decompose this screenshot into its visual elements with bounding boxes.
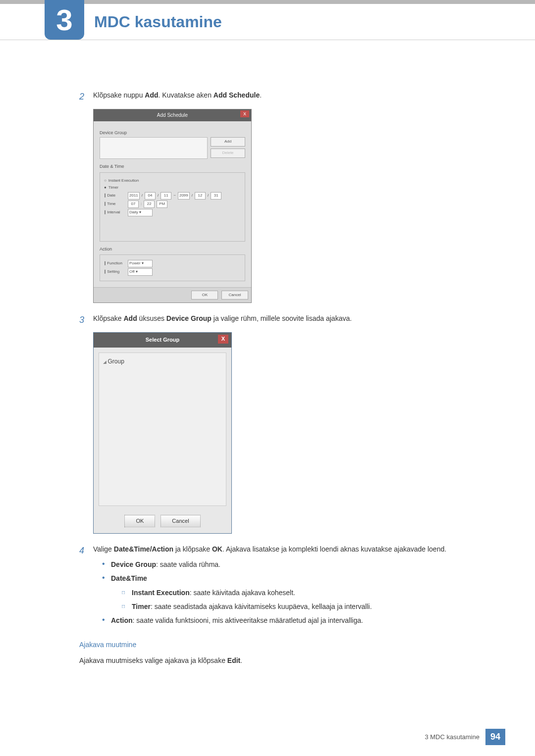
text: Klõpsake bbox=[93, 314, 123, 322]
list-item: Timer: saate seadistada ajakava käivitam… bbox=[122, 601, 485, 612]
text: : saate valida rühma. bbox=[156, 560, 220, 568]
label: Timer bbox=[108, 185, 118, 191]
bold: Add bbox=[145, 91, 158, 99]
list-item: Date&Time Instant Execution: saate käivi… bbox=[102, 573, 485, 612]
text: . Kuvatakse aken bbox=[159, 91, 214, 99]
footer-label: 3 MDC kasutamine bbox=[425, 733, 480, 741]
chapter-number-badge: 3 bbox=[45, 0, 84, 40]
dialog-title: Add Schedule bbox=[157, 112, 188, 118]
date-from-day[interactable]: 11 bbox=[160, 192, 171, 200]
time-hour[interactable]: 07 bbox=[128, 201, 139, 208]
step-number: 3 bbox=[79, 313, 93, 327]
list-item: Device Group: saate valida rühma. bbox=[102, 559, 485, 570]
sub-list: Instant Execution: saate käivitada ajaka… bbox=[122, 587, 485, 612]
add-schedule-screenshot: Add Schedule X Device Group Add Delete D… bbox=[93, 109, 485, 303]
chapter-header: 3 MDC kasutamine bbox=[0, 4, 535, 40]
date-from-year[interactable]: 2011 bbox=[128, 192, 140, 200]
interval-select[interactable]: Daily ▾ bbox=[128, 209, 153, 216]
ok-button[interactable]: OK bbox=[124, 515, 155, 528]
setting-select[interactable]: Off ▾ bbox=[128, 268, 153, 276]
step-text: Valige Date&Time/Action ja klõpsake OK. … bbox=[93, 544, 485, 630]
page-number: 94 bbox=[485, 729, 505, 745]
text: . Ajakava lisatakse ja komplekti loendi … bbox=[222, 545, 446, 553]
bold: Timer bbox=[132, 603, 151, 610]
dialog-footer: OK Cancel bbox=[94, 287, 251, 303]
page-content: 2 Klõpsake nuppu Add. Kuvatakse aken Add… bbox=[0, 40, 535, 666]
list-item: Instant Execution: saate käivitada ajaka… bbox=[122, 587, 485, 598]
step-number: 2 bbox=[79, 90, 93, 104]
select-group-dialog: Select Group X Group OK Cancel bbox=[93, 332, 232, 534]
action-fieldset: ∥ Function Power ▾ ∥ Setting Off ▾ bbox=[100, 254, 245, 281]
tilde: ~ bbox=[173, 193, 176, 199]
text: : saate valida funktsiooni, mis aktiveer… bbox=[133, 616, 363, 624]
date-to-year[interactable]: 2099 bbox=[178, 192, 190, 200]
step-text: Klõpsake Add üksuses Device Group ja val… bbox=[93, 313, 485, 327]
bold: Date&Time bbox=[111, 574, 147, 582]
text: : saate käivitada ajakava koheselt. bbox=[190, 589, 295, 597]
close-icon[interactable]: X bbox=[218, 335, 228, 344]
close-icon[interactable]: X bbox=[240, 110, 249, 117]
text: ja valige rühm, millele soovite lisada a… bbox=[212, 314, 352, 322]
date-to-month[interactable]: 12 bbox=[195, 192, 206, 200]
text: Ajakava muutmiseks valige ajakava ja klõ… bbox=[79, 656, 227, 664]
cancel-button[interactable]: Cancel bbox=[160, 515, 200, 528]
paragraph: Ajakava muutmiseks valige ajakava ja klõ… bbox=[79, 655, 485, 666]
tree-item-group[interactable]: Group bbox=[103, 357, 222, 366]
label: Instant Execution bbox=[108, 178, 139, 184]
action-label: Action bbox=[100, 246, 245, 252]
time-ampm[interactable]: PM bbox=[157, 201, 167, 208]
subheading: Ajakava muutmine bbox=[79, 639, 485, 650]
dialog-title: Select Group bbox=[146, 337, 179, 343]
delete-button[interactable]: Delete bbox=[211, 149, 245, 158]
text: . bbox=[240, 656, 242, 664]
interval-label: ∥ Interval bbox=[104, 209, 126, 216]
function-select[interactable]: Power ▾ bbox=[128, 260, 153, 267]
instant-execution-radio[interactable]: ○ Instant Execution bbox=[104, 178, 241, 184]
device-group-list[interactable] bbox=[100, 137, 208, 159]
text: . bbox=[260, 91, 262, 99]
dialog-titlebar: Add Schedule X bbox=[94, 109, 251, 121]
dialog-titlebar: Select Group X bbox=[94, 333, 231, 348]
date-time-fieldset: ○ Instant Execution ● Timer ∥ Date 2011/… bbox=[100, 172, 245, 242]
bold: Action bbox=[111, 616, 133, 624]
step-4: 4 Valige Date&Time/Action ja klõpsake OK… bbox=[79, 544, 485, 630]
device-group-label: Device Group bbox=[100, 129, 245, 136]
select-group-screenshot: Select Group X Group OK Cancel bbox=[93, 332, 485, 534]
bold: OK bbox=[212, 545, 222, 553]
list-item: Action: saate valida funktsiooni, mis ak… bbox=[102, 615, 485, 626]
dialog-footer: OK Cancel bbox=[94, 511, 231, 534]
date-label: ∥ Date bbox=[104, 193, 126, 199]
text: üksuses bbox=[137, 314, 166, 322]
bold: Edit bbox=[227, 656, 240, 664]
bold: Device Group bbox=[111, 560, 156, 568]
date-to-day[interactable]: 31 bbox=[211, 192, 221, 200]
date-time-label: Date & Time bbox=[100, 163, 245, 170]
timer-radio[interactable]: ● Timer bbox=[104, 185, 241, 191]
bold: Add Schedule bbox=[214, 91, 260, 99]
group-tree[interactable]: Group bbox=[99, 353, 226, 506]
time-label: ∥ Time bbox=[104, 201, 126, 207]
text: ja klõpsake bbox=[173, 545, 212, 553]
text: Klõpsake nuppu bbox=[93, 91, 145, 99]
step-number: 4 bbox=[79, 544, 93, 630]
bold: Device Group bbox=[166, 314, 212, 322]
bold: Add bbox=[123, 314, 137, 322]
text: : saate seadistada ajakava käivitamiseks… bbox=[151, 603, 372, 610]
cancel-button[interactable]: Cancel bbox=[221, 291, 248, 300]
add-schedule-dialog: Add Schedule X Device Group Add Delete D… bbox=[93, 109, 252, 303]
ok-button[interactable]: OK bbox=[191, 291, 218, 300]
add-button[interactable]: Add bbox=[211, 137, 245, 147]
bold: Date&Time/Action bbox=[114, 545, 173, 553]
text: Valige bbox=[93, 545, 114, 553]
bold: Instant Execution bbox=[132, 589, 190, 597]
bullet-list: Device Group: saate valida rühma. Date&T… bbox=[102, 559, 485, 626]
step-3: 3 Klõpsake Add üksuses Device Group ja v… bbox=[79, 313, 485, 327]
time-min[interactable]: 22 bbox=[144, 201, 155, 208]
date-from-month[interactable]: 04 bbox=[145, 192, 156, 200]
setting-label: ∥ Setting bbox=[104, 269, 126, 275]
function-label: ∥ Function bbox=[104, 260, 126, 267]
chapter-title: MDC kasutamine bbox=[94, 13, 222, 31]
page-footer: 3 MDC kasutamine 94 bbox=[425, 729, 505, 745]
step-text: Klõpsake nuppu Add. Kuvatakse aken Add S… bbox=[93, 90, 485, 104]
step-2: 2 Klõpsake nuppu Add. Kuvatakse aken Add… bbox=[79, 90, 485, 104]
